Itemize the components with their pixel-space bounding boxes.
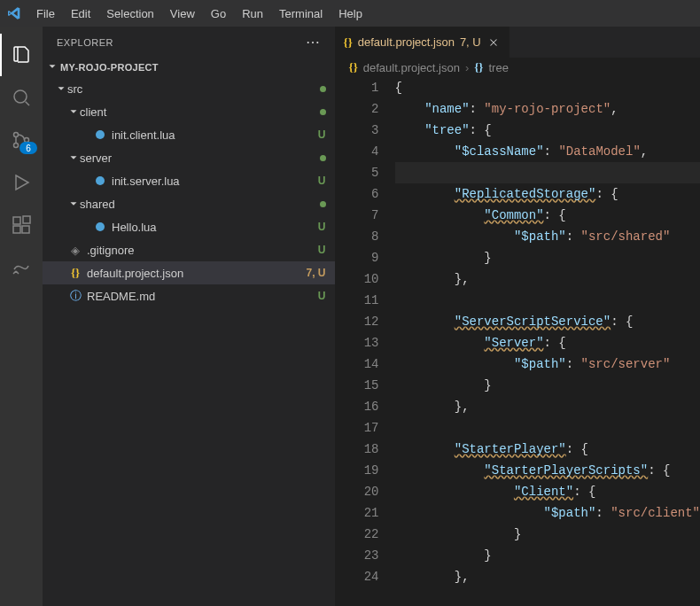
svg-point-0 bbox=[14, 90, 27, 103]
git-status: U bbox=[318, 221, 326, 233]
explorer-sidebar: EXPLORER ⋯ MY-ROJO-PROJECT srcclientinit… bbox=[43, 27, 335, 606]
tree-row-server[interactable]: server bbox=[43, 146, 335, 169]
chevron-down-icon bbox=[55, 82, 67, 95]
explorer-title: EXPLORER bbox=[57, 37, 113, 48]
line-gutter: 123456789101112131415161718192021222324 bbox=[335, 77, 395, 606]
file-label: README.md bbox=[87, 290, 318, 303]
breadcrumb-symbol: tree bbox=[488, 61, 508, 74]
menu-selection[interactable]: Selection bbox=[98, 4, 161, 24]
gitignore-file-icon: ◈ bbox=[67, 242, 83, 258]
extensions-activity-icon[interactable] bbox=[0, 204, 43, 246]
file-label: shared bbox=[80, 198, 320, 211]
tab-filename: default.project.json bbox=[358, 35, 455, 49]
debug-activity-icon[interactable] bbox=[0, 161, 43, 204]
menu-run[interactable]: Run bbox=[234, 4, 271, 24]
titlebar: FileEditSelectionViewGoRunTerminalHelp bbox=[0, 0, 700, 27]
chevron-down-icon bbox=[46, 60, 58, 74]
scm-activity-icon[interactable]: 6 bbox=[0, 119, 43, 161]
git-modified-dot bbox=[320, 86, 326, 92]
close-icon[interactable] bbox=[486, 35, 501, 50]
file-label: src bbox=[67, 82, 320, 96]
json-file-icon: {} bbox=[344, 35, 353, 50]
svg-rect-5 bbox=[13, 226, 20, 233]
file-label: .gitignore bbox=[87, 244, 318, 257]
activity-bar: 6 bbox=[0, 27, 43, 606]
breadcrumb-file: default.project.json bbox=[363, 61, 460, 74]
git-status: 7, U bbox=[307, 267, 326, 279]
file-label: client bbox=[80, 105, 320, 119]
menu-view[interactable]: View bbox=[162, 4, 203, 24]
explorer-activity-icon[interactable] bbox=[0, 34, 43, 76]
git-status: U bbox=[318, 244, 326, 256]
file-label: Hello.lua bbox=[112, 221, 318, 234]
tree-row-src[interactable]: src bbox=[43, 77, 335, 100]
lua-file-icon bbox=[92, 219, 108, 235]
search-activity-icon[interactable] bbox=[0, 76, 43, 119]
svg-rect-4 bbox=[13, 217, 20, 224]
tree-row-init-client-lua[interactable]: init.client.luaU bbox=[43, 123, 335, 146]
menu-file[interactable]: File bbox=[28, 4, 63, 24]
svg-point-1 bbox=[14, 133, 19, 137]
explorer-more-icon[interactable]: ⋯ bbox=[306, 34, 321, 50]
tree-row-hello-lua[interactable]: Hello.luaU bbox=[43, 215, 335, 238]
menu-terminal[interactable]: Terminal bbox=[271, 4, 331, 24]
code-lines[interactable]: { "name": "my-rojo-project", "tree": { "… bbox=[395, 77, 700, 606]
file-label: init.server.lua bbox=[112, 175, 318, 188]
tab-default-project-json[interactable]: {} default.project.json 7, U bbox=[335, 27, 509, 58]
svg-rect-6 bbox=[22, 226, 29, 233]
menu-go[interactable]: Go bbox=[203, 4, 234, 24]
tree-row-client[interactable]: client bbox=[43, 100, 335, 123]
git-status: U bbox=[318, 128, 326, 141]
file-label: default.project.json bbox=[87, 267, 307, 280]
chevron-right-icon: › bbox=[465, 61, 469, 74]
menu-bar: FileEditSelectionViewGoRunTerminalHelp bbox=[28, 4, 370, 24]
explorer-header: EXPLORER ⋯ bbox=[43, 27, 335, 58]
chevron-down-icon bbox=[67, 152, 80, 164]
tree-row-shared[interactable]: shared bbox=[43, 192, 335, 215]
scm-badge: 6 bbox=[19, 142, 37, 154]
chevron-down-icon bbox=[67, 198, 80, 210]
file-label: init.client.lua bbox=[112, 128, 318, 142]
vscode-logo-icon bbox=[7, 6, 21, 20]
git-modified-dot bbox=[320, 109, 326, 115]
git-status: U bbox=[318, 290, 326, 302]
project-name: MY-ROJO-PROJECT bbox=[60, 62, 159, 73]
tree-row-readme-md[interactable]: ⓘREADME.mdU bbox=[43, 284, 335, 307]
git-modified-dot bbox=[320, 201, 326, 207]
project-title-row[interactable]: MY-ROJO-PROJECT bbox=[43, 58, 335, 77]
readme-file-icon: ⓘ bbox=[67, 288, 83, 304]
file-label: server bbox=[80, 152, 320, 165]
editor-tabs: {} default.project.json 7, U bbox=[335, 27, 700, 58]
git-modified-dot bbox=[320, 155, 326, 161]
json-file-icon: {} bbox=[67, 265, 83, 281]
liveshare-activity-icon[interactable] bbox=[0, 246, 43, 289]
symbol-object-icon: {} bbox=[474, 60, 483, 74]
lua-file-icon bbox=[92, 173, 108, 189]
tree-row--gitignore[interactable]: ◈.gitignoreU bbox=[43, 238, 335, 261]
file-tree: srcclientinit.client.luaUserverinit.serv… bbox=[43, 77, 335, 606]
json-file-icon: {} bbox=[349, 60, 358, 74]
lua-file-icon bbox=[92, 127, 108, 143]
svg-rect-7 bbox=[23, 216, 30, 223]
menu-edit[interactable]: Edit bbox=[63, 4, 98, 24]
chevron-down-icon bbox=[67, 105, 80, 118]
tree-row-init-server-lua[interactable]: init.server.luaU bbox=[43, 169, 335, 192]
git-status: U bbox=[318, 175, 326, 187]
svg-point-2 bbox=[14, 144, 19, 148]
tree-row-default-project-json[interactable]: {}default.project.json7, U bbox=[43, 261, 335, 284]
editor-area: {} default.project.json 7, U {} default.… bbox=[335, 27, 700, 606]
menu-help[interactable]: Help bbox=[331, 4, 370, 24]
tab-git-status: 7, U bbox=[460, 35, 481, 49]
breadcrumb[interactable]: {} default.project.json › {} tree bbox=[335, 58, 700, 77]
code-editor[interactable]: 123456789101112131415161718192021222324 … bbox=[335, 77, 700, 606]
